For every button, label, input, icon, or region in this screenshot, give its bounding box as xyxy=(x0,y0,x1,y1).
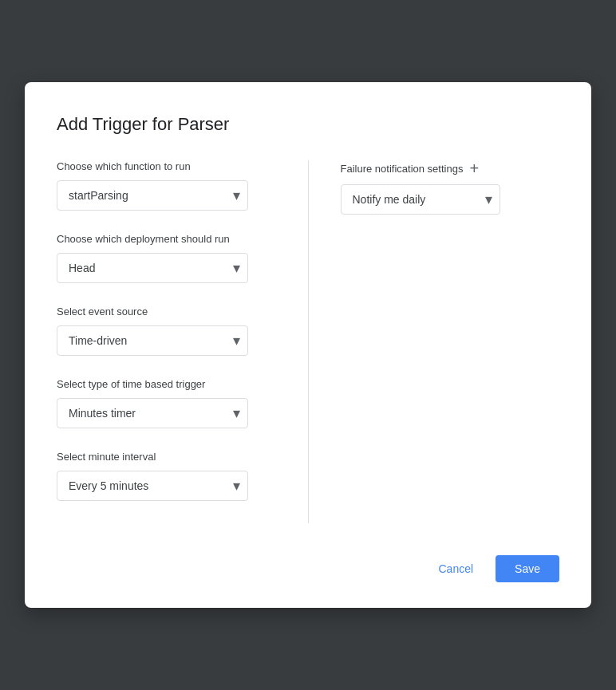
deployment-select[interactable]: Head Latest Custom xyxy=(57,253,248,283)
event-source-label: Select event source xyxy=(57,306,276,317)
failure-label: Failure notification settings xyxy=(341,163,464,175)
notify-select-wrapper: Notify me daily Notify me immediately No… xyxy=(341,184,500,215)
left-column: Choose which function to run startParsin… xyxy=(57,160,309,523)
right-column: Failure notification settings + Notify m… xyxy=(309,160,560,523)
time-type-select-wrapper: Minutes timer Hour timer Day timer Week … xyxy=(57,398,248,428)
event-source-select-wrapper: Time-driven From spreadsheet From calend… xyxy=(57,325,248,356)
function-label: Choose which function to run xyxy=(57,160,276,172)
event-source-field-group: Select event source Time-driven From spr… xyxy=(57,306,276,356)
add-notification-button[interactable]: + xyxy=(469,160,479,176)
deployment-select-wrapper: Head Latest Custom ▾ xyxy=(57,253,248,283)
time-type-label: Select type of time based trigger xyxy=(57,378,276,390)
time-type-field-group: Select type of time based trigger Minute… xyxy=(57,378,276,428)
modal-title: Add Trigger for Parser xyxy=(57,114,559,135)
function-select-wrapper: startParsing myFunction onOpen ▾ xyxy=(57,180,248,211)
cancel-button[interactable]: Cancel xyxy=(425,556,486,582)
minute-interval-select[interactable]: Every 1 minute Every 5 minutes Every 10 … xyxy=(57,471,248,501)
event-source-select[interactable]: Time-driven From spreadsheet From calend… xyxy=(57,325,248,356)
notify-select[interactable]: Notify me daily Notify me immediately No… xyxy=(341,184,500,215)
modal-footer: Cancel Save xyxy=(57,555,559,582)
add-trigger-modal: Add Trigger for Parser Choose which func… xyxy=(25,82,591,608)
failure-header: Failure notification settings + xyxy=(341,160,560,176)
failure-notification-group: Failure notification settings + Notify m… xyxy=(341,160,560,215)
minute-interval-select-wrapper: Every 1 minute Every 5 minutes Every 10 … xyxy=(57,471,248,501)
save-button[interactable]: Save xyxy=(496,555,559,582)
minute-interval-label: Select minute interval xyxy=(57,451,276,463)
minute-interval-field-group: Select minute interval Every 1 minute Ev… xyxy=(57,451,276,501)
deployment-field-group: Choose which deployment should run Head … xyxy=(57,233,276,283)
time-type-select[interactable]: Minutes timer Hour timer Day timer Week … xyxy=(57,398,248,428)
function-select[interactable]: startParsing myFunction onOpen xyxy=(57,180,248,211)
deployment-label: Choose which deployment should run xyxy=(57,233,276,245)
function-field-group: Choose which function to run startParsin… xyxy=(57,160,276,211)
modal-body: Choose which function to run startParsin… xyxy=(57,160,559,523)
